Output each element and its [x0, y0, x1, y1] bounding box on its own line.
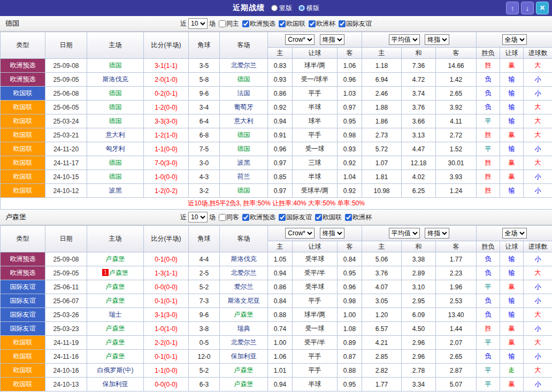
- competition-checkbox-input[interactable]: [309, 20, 316, 27]
- average-odds-time-select[interactable]: 终指: [425, 228, 449, 239]
- layout-radio-vertical[interactable]: 竖版: [271, 4, 292, 13]
- competition-checkbox[interactable]: 欧洲预选: [242, 19, 275, 28]
- home-team[interactable]: 卢森堡: [87, 350, 144, 364]
- home-team[interactable]: 卢森堡: [87, 252, 144, 266]
- scroll-up-button[interactable]: ↑: [506, 2, 519, 14]
- away-team[interactable]: 斯洛文尼亚: [220, 294, 268, 308]
- competition-checkbox-input[interactable]: [339, 20, 346, 27]
- bookmaker-select[interactable]: Crow*: [285, 34, 315, 45]
- result-handicap: 输: [500, 308, 524, 322]
- corner-count: 5-8: [189, 73, 220, 87]
- away-team[interactable]: 卢森堡: [220, 364, 268, 378]
- competition-checkbox-input[interactable]: [242, 20, 249, 27]
- same-venue-checkbox[interactable]: 同主: [219, 19, 239, 28]
- average-select[interactable]: 平均值: [389, 228, 420, 239]
- home-team[interactable]: 白俄罗斯(中): [87, 364, 144, 378]
- close-button[interactable]: ×: [536, 2, 549, 14]
- competition-checkbox-input[interactable]: [279, 214, 286, 221]
- away-team[interactable]: 波黑: [220, 156, 268, 170]
- home-team[interactable]: 波黑: [87, 184, 144, 198]
- avg-draw-odds: 3.10: [402, 280, 436, 294]
- away-team[interactable]: 斯洛伐克: [220, 252, 268, 266]
- layout-radio-horizontal-input[interactable]: [298, 5, 305, 11]
- match-count-select[interactable]: 10: [188, 18, 208, 29]
- away-team[interactable]: 葡萄牙: [220, 101, 268, 114]
- away-team[interactable]: 德国: [220, 184, 268, 198]
- same-venue-checkbox-input[interactable]: [219, 214, 226, 221]
- score: 0-1(0-0): [144, 252, 189, 266]
- away-team[interactable]: 意大利: [220, 114, 268, 128]
- home-team[interactable]: 1卢森堡: [87, 266, 144, 280]
- match-row: 欧国联 24-11-16 卢森堡 0-1(0-1) 12-0 保加利亚 1.06…: [1, 350, 552, 364]
- average-select[interactable]: 平均值: [389, 34, 420, 45]
- home-team[interactable]: 德国: [87, 114, 144, 128]
- home-team[interactable]: 卢森堡: [87, 294, 144, 308]
- competition-checkbox-input[interactable]: [315, 214, 322, 221]
- away-team[interactable]: 荷兰: [220, 170, 268, 184]
- handicap-odds-time-select[interactable]: 终指: [320, 34, 344, 45]
- result-handicap: 输: [500, 184, 524, 198]
- avg-home-odds: 3.05: [362, 294, 402, 308]
- same-venue-checkbox[interactable]: 同客: [219, 213, 239, 222]
- same-venue-checkbox-input[interactable]: [219, 20, 226, 27]
- competition-checkbox-input[interactable]: [242, 214, 249, 221]
- competition-checkbox[interactable]: 国际友谊: [339, 19, 372, 28]
- away-team[interactable]: 瑞典: [220, 322, 268, 336]
- avg-away-odds: 1.42: [436, 73, 477, 87]
- match-row: 欧国联 24-10-12 波黑 1-2(0-2) 3-2 德国 0.97 受球半…: [1, 184, 552, 198]
- competition-checkbox[interactable]: 国际友谊: [279, 213, 312, 222]
- away-team[interactable]: 卢森堡: [220, 378, 268, 391]
- away-team[interactable]: 德国: [220, 128, 268, 142]
- home-team[interactable]: 意大利: [87, 128, 144, 142]
- home-team[interactable]: 德国: [87, 87, 144, 101]
- home-team[interactable]: 卢森堡: [87, 336, 144, 350]
- competition-checkbox-input[interactable]: [345, 214, 352, 221]
- fulltime-select[interactable]: 全场: [502, 228, 527, 239]
- home-team[interactable]: 德国: [87, 59, 144, 73]
- scroll-down-button[interactable]: ↓: [521, 2, 534, 14]
- competition-checkbox[interactable]: 欧国联: [279, 19, 305, 28]
- col-header-handicap-result: 让球: [500, 48, 524, 59]
- competition-type: 欧洲预选: [1, 73, 45, 87]
- match-row: 国际友谊 25-03-23 卢森堡 1-0(1-0) 3-8 瑞典 0.74 受…: [1, 322, 552, 336]
- home-team[interactable]: 瑞士: [87, 308, 144, 322]
- away-team[interactable]: 卢森堡: [220, 308, 268, 322]
- competition-type: 欧洲预选: [1, 59, 45, 73]
- away-team[interactable]: 保加利亚: [220, 350, 268, 364]
- handicap-home-odds: 0.85: [268, 170, 293, 184]
- home-team[interactable]: 德国: [87, 101, 144, 114]
- down-arrow-icon: ↓: [526, 5, 530, 12]
- away-team[interactable]: 法国: [220, 87, 268, 101]
- away-team[interactable]: 北爱尔兰: [220, 59, 268, 73]
- corner-count: 3-0: [189, 156, 220, 170]
- away-team[interactable]: 爱尔兰: [220, 280, 268, 294]
- away-team[interactable]: 德国: [220, 73, 268, 87]
- competition-checkbox[interactable]: 欧国联: [315, 213, 342, 222]
- handicap-odds-time-select[interactable]: 终指: [320, 228, 344, 239]
- home-team[interactable]: 德国: [87, 156, 144, 170]
- match-count-select[interactable]: 10: [188, 212, 208, 222]
- away-team[interactable]: 北爱尔兰: [220, 266, 268, 280]
- average-odds-time-select[interactable]: 终指: [425, 34, 449, 45]
- competition-checkbox[interactable]: 欧洲杯: [309, 19, 335, 28]
- match-date: 24-11-16: [45, 350, 87, 364]
- competition-checkbox[interactable]: 欧洲预选: [242, 213, 275, 222]
- fulltime-select[interactable]: 全场: [502, 34, 527, 45]
- match-row: 欧国联 24-11-19 卢森堡 2-2(0-1) 0-5 北爱尔兰 1.00 …: [1, 336, 552, 350]
- home-team[interactable]: 卢森堡: [87, 280, 144, 294]
- competition-checkbox[interactable]: 欧洲杯: [345, 213, 372, 222]
- home-team[interactable]: 卢森堡: [87, 322, 144, 336]
- home-team[interactable]: 德国: [87, 170, 144, 184]
- home-team[interactable]: 保加利亚: [87, 378, 144, 391]
- home-team[interactable]: 斯洛伐克: [87, 73, 144, 87]
- bookmaker-select[interactable]: Crow*: [285, 228, 315, 239]
- layout-radio-horizontal[interactable]: 横版: [298, 4, 319, 13]
- competition-checkbox-input[interactable]: [279, 20, 286, 27]
- filter-controls: 近 10 场 同主 欧洲预选欧国联欧洲杯国际友谊: [180, 18, 372, 29]
- col-header-corner: 角球: [189, 32, 220, 59]
- match-row: 国际友谊 25-03-26 瑞士 3-1(3-0) 9-6 卢森堡 0.88 球…: [1, 308, 552, 322]
- home-team[interactable]: 匈牙利: [87, 142, 144, 156]
- layout-radio-vertical-input[interactable]: [271, 5, 278, 11]
- away-team[interactable]: 德国: [220, 142, 268, 156]
- away-team[interactable]: 北爱尔兰: [220, 336, 268, 350]
